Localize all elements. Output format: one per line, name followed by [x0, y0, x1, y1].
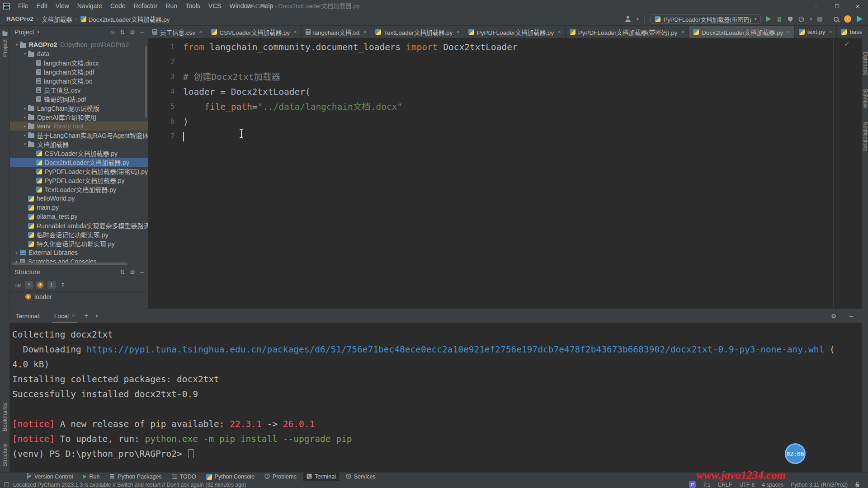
tree-row[interactable]: ollama_test.py: [10, 212, 148, 221]
tree-row[interactable]: PyPDFLoader文档加载器.py: [10, 176, 148, 185]
tree-row[interactable]: main.py: [10, 203, 148, 212]
toolwindow-button-services[interactable]: Services: [342, 473, 379, 481]
breadcrumb-item[interactable]: 文档加载器: [42, 14, 72, 23]
toolwindow-button-python-console[interactable]: Python Console: [203, 473, 258, 481]
close-icon[interactable]: ×: [829, 28, 833, 35]
status-message[interactable]: Localized PyCharm 2023.1.3 is available …: [13, 482, 246, 488]
interpreter[interactable]: Python 3.11 (RAGPro2): [791, 482, 848, 488]
user-icon[interactable]: [625, 16, 631, 22]
editor-tab[interactable]: TextLoader文档加载器.py×: [371, 26, 464, 38]
tree-horizontal-scrollbar[interactable]: [12, 263, 127, 265]
editor[interactable]: 1from langchain_community.document_loade…: [148, 38, 862, 309]
autoscroll-from-source-icon[interactable]: ↧: [59, 281, 67, 289]
terminal-tab-local[interactable]: Local ×: [54, 309, 75, 323]
tree-row[interactable]: CSVLoader文档加载器.py: [10, 149, 148, 158]
project-stripe-icon[interactable]: [2, 32, 7, 36]
chevron-down-icon[interactable]: ▾: [95, 314, 98, 319]
tree-row[interactable]: ▾文档加载器: [10, 140, 148, 149]
tree-arrow-icon[interactable]: ▸: [22, 133, 28, 137]
filter-icon[interactable]: Y: [25, 281, 33, 289]
coverage-button[interactable]: [788, 15, 793, 23]
search-everywhere-icon[interactable]: [834, 17, 839, 22]
tree-row[interactable]: ▾RAGPro2D:\python_pro\RAGPro2: [10, 40, 148, 49]
hide-panel-icon[interactable]: ─: [849, 313, 854, 319]
ide-gem-icon[interactable]: [857, 16, 863, 23]
tree-arrow-icon[interactable]: ▸: [14, 250, 20, 255]
structure-item[interactable]: vloader: [10, 292, 148, 301]
tree-arrow-icon[interactable]: ▸: [22, 124, 28, 128]
tree-row[interactable]: langchain文档.txt: [10, 76, 148, 85]
stripe-label-sciview[interactable]: SciView: [862, 89, 868, 108]
hide-panel-icon[interactable]: ─: [140, 29, 144, 36]
maximize-button[interactable]: [826, 0, 847, 12]
toolwindow-button-terminal[interactable]: Terminal: [303, 473, 340, 481]
editor-tab[interactable]: 员工信息.csv×: [148, 26, 207, 38]
tree-row[interactable]: ▸External Libraries: [10, 248, 148, 257]
gear-icon[interactable]: ⚙: [831, 313, 836, 319]
close-icon[interactable]: ×: [199, 28, 203, 35]
tree-row[interactable]: ?langchain文档.pdf: [10, 67, 148, 76]
toolwindow-button-problems[interactable]: Problems: [261, 473, 300, 481]
toolwindow-button-python-packages[interactable]: Python Packages: [106, 473, 165, 481]
tree-row[interactable]: helloWorld.py: [10, 194, 148, 203]
tree-row[interactable]: ▸LangChain提示词模版: [10, 103, 148, 113]
user-dropdown-icon[interactable]: ▾: [637, 17, 639, 21]
debug-button[interactable]: [777, 15, 782, 23]
menu-item-view[interactable]: View: [52, 0, 73, 12]
menu-item-code[interactable]: Code: [106, 0, 129, 12]
editor-tab[interactable]: PyPDFLoader文档加载器(带密码).py×: [566, 26, 689, 38]
editor-tab[interactable]: CSVLoader文档加载器.py×: [207, 26, 302, 38]
event-log-icon[interactable]: [5, 482, 9, 487]
structure-panel-title[interactable]: Structure: [14, 268, 40, 276]
tree-arrow-icon[interactable]: ▾: [22, 142, 28, 146]
gear-icon[interactable]: ⚙: [130, 269, 135, 276]
close-icon[interactable]: ×: [681, 28, 685, 35]
menu-item-edit[interactable]: Edit: [33, 0, 52, 12]
new-session-icon[interactable]: +: [84, 312, 88, 320]
tree-row[interactable]: ▸OpenAI库介绍和使用: [10, 113, 148, 122]
stripe-label-structure[interactable]: Structure: [2, 444, 8, 467]
minimize-button[interactable]: [806, 0, 826, 12]
caret-position[interactable]: 7:1: [703, 482, 711, 488]
tree-vertical-scrollbar[interactable]: [145, 46, 147, 118]
stripe-label-project[interactable]: Project: [2, 39, 8, 57]
project-panel-title[interactable]: Project: [14, 28, 34, 36]
locate-file-icon[interactable]: ⊙: [110, 29, 115, 36]
stop-button[interactable]: [817, 17, 822, 22]
profiler-dropdown-icon[interactable]: ▾: [810, 17, 812, 21]
terminal-link[interactable]: https://pypi.tuna.tsinghua.edu.cn/packag…: [86, 344, 824, 355]
profiler-button[interactable]: [798, 15, 804, 23]
toolwindow-button-todo[interactable]: TODO: [168, 473, 200, 481]
tree-row[interactable]: Docx2txtLoader文档加载器.py: [10, 158, 148, 167]
close-icon[interactable]: ×: [293, 28, 297, 35]
tree-row[interactable]: PyPDFLoader文档加载器(带密码).py: [10, 167, 148, 176]
indent-setting[interactable]: 4 spaces: [762, 482, 783, 488]
close-icon[interactable]: ×: [787, 28, 790, 35]
expand-all-icon[interactable]: ⇅: [120, 269, 125, 276]
stripe-label-database[interactable]: Database: [862, 52, 868, 75]
toolwindow-button-run[interactable]: Run: [79, 473, 103, 481]
tree-arrow-icon[interactable]: ▾: [22, 52, 28, 56]
run-button[interactable]: [766, 16, 771, 22]
gear-icon[interactable]: ⚙: [130, 29, 135, 36]
file-encoding[interactable]: UTF-8: [739, 482, 755, 488]
show-fields-icon[interactable]: f: [36, 281, 44, 289]
tree-row[interactable]: TextLoader文档加载器.py: [10, 185, 148, 194]
menu-item-run[interactable]: Run: [161, 0, 181, 12]
lock-icon[interactable]: [855, 481, 860, 488]
breadcrumb-item[interactable]: RAGPro2: [6, 15, 33, 22]
timer-overlay[interactable]: 02:06: [785, 443, 806, 464]
inspections-ok-icon[interactable]: ✓: [844, 40, 850, 48]
tree-arrow-icon[interactable]: ▸: [22, 106, 28, 110]
close-icon[interactable]: ×: [72, 313, 75, 319]
tree-arrow-icon[interactable]: ▸: [22, 115, 28, 119]
close-icon[interactable]: ×: [363, 28, 367, 35]
terminal-output[interactable]: Collecting docx2txt Downloading https://…: [10, 323, 862, 461]
tree-row[interactable]: 持久化会话记忆功能实现.py: [10, 239, 148, 248]
editor-tab[interactable]: Docx2txtLoader文档加载器.py×: [689, 26, 795, 38]
editor-tab[interactable]: PyPDFLoader文档加载器.py×: [464, 26, 566, 38]
menu-item-refactor[interactable]: Refactor: [130, 0, 162, 12]
line-ending[interactable]: CRLF: [718, 482, 732, 488]
expand-collapse-icon[interactable]: ⇅: [120, 29, 125, 36]
close-icon[interactable]: ×: [557, 28, 561, 35]
